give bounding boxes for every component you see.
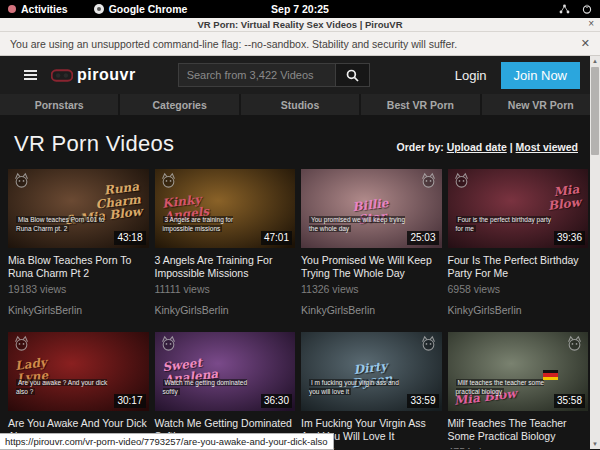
status-url-bar: https://pirouvr.com/vr-porn-video/779325…: [0, 433, 334, 450]
video-views: 19183 views: [8, 283, 149, 295]
video-thumbnail[interactable]: LadyLyne Are you awake ? And your dick a…: [8, 332, 149, 411]
video-studio-link[interactable]: KinkyGirlsBerlin: [155, 304, 296, 316]
orderby-most-viewed-link[interactable]: Most viewed: [516, 141, 578, 153]
browser-titlebar: VR Porn: Virtual Reality Sex Videos | Pi…: [0, 18, 600, 32]
login-link[interactable]: Login: [455, 68, 487, 83]
join-now-button[interactable]: Join Now: [501, 62, 580, 89]
duration-badge: 30:17: [114, 394, 145, 408]
thumbnail-performer-name: DirtyDyson: [301, 354, 442, 396]
duration-badge: 47:01: [261, 231, 292, 245]
video-card[interactable]: LadyLyne Are you awake ? And your dick a…: [8, 332, 149, 449]
video-studio-link[interactable]: KinkyGirlsBerlin: [448, 304, 589, 316]
studio-cat-mask-logo: [160, 172, 177, 189]
system-top-bar: Activities Google Chrome Sep 7 20:25: [0, 0, 600, 18]
video-title-link[interactable]: 3 Angels Are Training For Impossible Mis…: [155, 254, 296, 279]
nav-item-best-vr-porn[interactable]: Best VR Porn: [361, 94, 479, 115]
video-views: 6958 views: [448, 283, 589, 295]
vr-goggles-icon: [51, 69, 73, 82]
nav-item-categories[interactable]: Categories: [120, 94, 238, 115]
tab-title: VR Porn: Virtual Reality Sex Videos | Pi…: [197, 19, 402, 30]
video-thumbnail[interactable]: RunaCharm& Mia Blow Mia Blow teaches Por…: [8, 169, 149, 248]
video-card[interactable]: KinkyAngels 3 Angels are training for im…: [155, 169, 296, 316]
studio-cat-mask-logo: [160, 335, 177, 352]
video-thumbnail[interactable]: MiaBlow Four is the perfect birthday par…: [448, 169, 589, 248]
orderby-upload-date-link[interactable]: Upload date: [447, 141, 507, 153]
activities-button[interactable]: Activities: [8, 3, 68, 15]
recording-indicator-icon: [8, 5, 16, 13]
video-card[interactable]: RunaCharm& Mia Blow Mia Blow teaches Por…: [8, 169, 149, 316]
video-thumbnail[interactable]: KinkyAngels 3 Angels are training for im…: [155, 169, 296, 248]
thumbnail-caption: Four is the perfect birthday party for m…: [456, 215, 557, 235]
scrollbar-down-arrow[interactable]: ▼: [592, 439, 598, 449]
scrollbar-up-arrow[interactable]: ▲: [592, 56, 598, 66]
thumbnail-caption: You promised we will keep trying the who…: [309, 215, 410, 235]
duration-badge: 35:58: [554, 394, 585, 408]
video-views: 11326 views: [301, 283, 442, 295]
page-title: VR Porn Videos: [14, 131, 174, 157]
scrollbar-thumb[interactable]: [591, 67, 599, 155]
thumbnail-caption: Mia Blow teaches Porn 101 to Runa Charm …: [16, 215, 117, 235]
screen: Activities Google Chrome Sep 7 20:25 VR …: [0, 0, 600, 450]
nav-item-new-vr-porn[interactable]: New VR Porn: [482, 94, 600, 115]
video-card[interactable]: DirtyDyson I m fucking your virgin ass a…: [301, 332, 442, 449]
thumbnail-performer-name: MiaBlow: [546, 183, 582, 212]
thumbnail-performer-name: SweetAnalena: [161, 355, 218, 387]
video-title-link[interactable]: Four Is The Perfect Birthday Party For M…: [448, 254, 589, 279]
nav-item-pornstars[interactable]: Pornstars: [0, 94, 118, 115]
thumbnail-performer-name: LadyLyne: [15, 356, 49, 385]
video-views: 4754 views: [448, 446, 589, 449]
german-flag: [543, 370, 558, 380]
orderby-label: Order by:: [397, 141, 444, 153]
search-icon: [346, 69, 359, 82]
video-title-link[interactable]: Mia Blow Teaches Porn To Runa Charm Pt 2: [8, 254, 149, 279]
site-header: pirouvr Login Join Now: [0, 56, 600, 94]
window-close-button[interactable]: ×: [588, 18, 594, 29]
nav-item-studios[interactable]: Studios: [241, 94, 359, 115]
search-button[interactable]: [336, 63, 370, 87]
duration-badge: 25:03: [407, 231, 438, 245]
duration-badge: 36:30: [261, 394, 292, 408]
thumbnail-performer-name: KinkyAngels: [161, 192, 209, 223]
video-thumbnail[interactable]: Mia Blow Milf teaches the teacher some p…: [448, 332, 589, 411]
duration-badge: 39:36: [554, 231, 585, 245]
video-studio-link[interactable]: KinkyGirlsBerlin: [301, 304, 442, 316]
search-bar: [178, 63, 370, 87]
video-card[interactable]: MiaBlow Four is the perfect birthday par…: [448, 169, 589, 316]
duration-badge: 33:59: [407, 394, 438, 408]
video-title-link[interactable]: Milf Teaches The Teacher Some Practical …: [448, 417, 589, 442]
search-input[interactable]: [178, 63, 336, 87]
video-grid: RunaCharm& Mia Blow Mia Blow teaches Por…: [0, 169, 600, 449]
studio-cat-mask-logo: [453, 172, 470, 189]
system-clock[interactable]: Sep 7 20:25: [0, 3, 600, 15]
app-menu-chrome[interactable]: Google Chrome: [94, 3, 188, 15]
video-card[interactable]: BillieStar You promised we will keep try…: [301, 169, 442, 316]
web-page: ▲ ▼ pirouvr Login Join Now: [0, 56, 600, 449]
chrome-icon: [94, 4, 104, 14]
thumbnail-performer-name: RunaCharm& Mia Blow: [61, 180, 143, 227]
thumbnail-caption: Watch me getting dominated softly: [163, 378, 264, 398]
duration-badge: 43:18: [114, 231, 145, 245]
video-thumbnail[interactable]: SweetAnalena Watch me getting dominated …: [155, 332, 296, 411]
menu-hamburger-icon[interactable]: [24, 70, 37, 80]
video-thumbnail[interactable]: DirtyDyson I m fucking your virgin ass a…: [301, 332, 442, 411]
power-icon[interactable]: [582, 4, 592, 14]
studio-cat-mask-logo: [13, 172, 30, 189]
thumbnail-caption: Milf teaches the teacher some practical …: [456, 378, 557, 398]
vertical-scrollbar[interactable]: ▲ ▼: [590, 56, 600, 449]
video-thumbnail[interactable]: BillieStar You promised we will keep try…: [301, 169, 442, 248]
infobar-message: You are using an unsupported command-lin…: [10, 38, 457, 50]
site-logo[interactable]: pirouvr: [51, 66, 136, 84]
studio-cat-mask-logo: [420, 335, 437, 352]
studio-cat-mask-logo: [420, 172, 437, 189]
site-logo-text: pirouvr: [77, 66, 136, 84]
video-card[interactable]: SweetAnalena Watch me getting dominated …: [155, 332, 296, 449]
studio-cat-mask-logo: [566, 335, 583, 352]
network-icon[interactable]: [559, 4, 570, 14]
chrome-infobar: You are using an unsupported command-lin…: [0, 32, 600, 56]
video-card[interactable]: Mia Blow Milf teaches the teacher some p…: [448, 332, 589, 449]
video-studio-link[interactable]: KinkyGirlsBerlin: [8, 304, 149, 316]
thumbnail-caption: I m fucking your virgin ass and you will…: [309, 378, 410, 398]
infobar-close-button[interactable]: ✕: [581, 37, 590, 50]
video-title-link[interactable]: You Promised We Will Keep Trying The Who…: [301, 254, 442, 279]
app-menu-label: Google Chrome: [109, 3, 188, 15]
